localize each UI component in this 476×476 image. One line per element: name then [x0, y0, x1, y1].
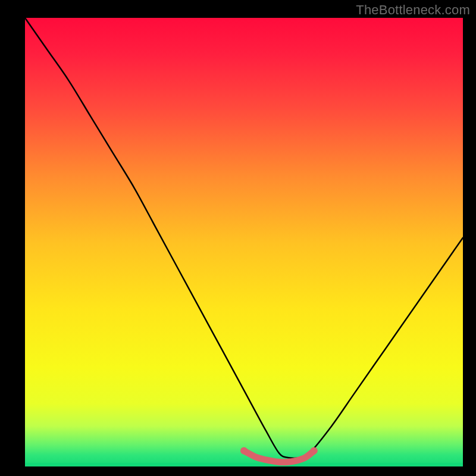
plot-area	[25, 18, 463, 466]
bottleneck-chart	[0, 0, 476, 476]
optimal-endpoint-right	[311, 447, 318, 455]
chart-container: TheBottleneck.com	[0, 0, 476, 476]
optimal-endpoint-left	[240, 447, 248, 455]
bottom-accent-bar	[25, 463, 463, 466]
attribution-text: TheBottleneck.com	[356, 2, 470, 18]
